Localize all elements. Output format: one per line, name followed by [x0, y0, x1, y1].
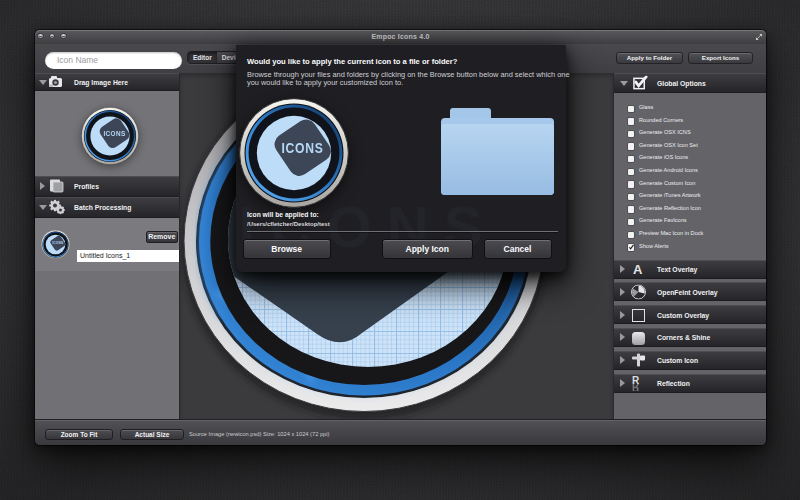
svg-text:R: R — [632, 382, 640, 391]
